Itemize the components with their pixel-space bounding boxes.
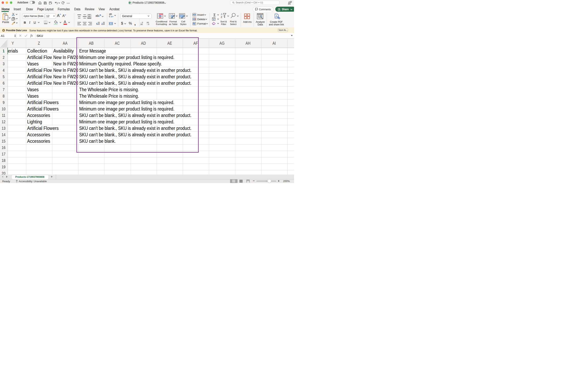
svg-text:a: a bbox=[131, 2, 131, 3]
svg-text:Z: Z bbox=[221, 16, 222, 19]
svg-text:X: X bbox=[129, 2, 130, 3]
svg-text:A: A bbox=[221, 13, 222, 16]
